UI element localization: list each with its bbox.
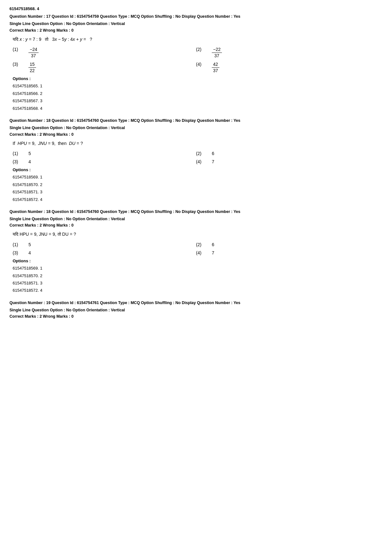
- marks-19: Correct Marks : 2 Wrong Marks : 0: [9, 314, 383, 319]
- option-18b-4: (4) 7: [196, 250, 379, 255]
- question-meta-18b-line1: Question Number : 18 Question Id : 61547…: [9, 209, 383, 215]
- options-label-18a: Options :: [13, 167, 379, 172]
- list-item: 61547518571. 3: [13, 279, 379, 287]
- numerator-17-2: −22: [212, 47, 222, 53]
- option-num-18b-1: (1): [13, 242, 22, 247]
- option-17-3: (3) 15 22: [13, 62, 196, 73]
- list-item: 61547518572. 4: [13, 287, 379, 294]
- option-num-17-1: (1): [13, 47, 22, 52]
- option-val-18b-3: 4: [28, 250, 31, 255]
- option-18a-1: (1) 5: [13, 151, 196, 156]
- options-list-18a: 61547518569. 1 61547518570. 2 6154751857…: [13, 173, 379, 203]
- option-num-18a-2: (2): [196, 151, 205, 156]
- list-item: 61547518572. 4: [13, 196, 379, 203]
- list-item: 61547518569. 1: [13, 265, 379, 272]
- option-val-18a-1: 5: [28, 151, 31, 156]
- list-item: 61547518566. 2: [13, 90, 379, 97]
- options-list-17: 61547518565. 1 61547518566. 2 6154751856…: [13, 82, 379, 112]
- option-val-18a-3: 4: [28, 159, 31, 164]
- option-val-18b-2: 6: [212, 242, 214, 247]
- option-num-18b-4: (4): [196, 250, 205, 255]
- list-item: 61547518569. 1: [13, 173, 379, 181]
- option-val-18b-4: 7: [212, 250, 214, 255]
- option-num-18b-3: (3): [13, 250, 22, 255]
- fraction-17-2: −22 37: [212, 47, 222, 59]
- question-block-17: Question Number : 17 Question Id : 61547…: [9, 14, 383, 112]
- list-item: 61547518571. 3: [13, 188, 379, 196]
- option-num-18a-4: (4): [196, 159, 205, 164]
- question-meta-18b-line2: Single Line Question Option : No Option …: [9, 216, 383, 222]
- option-val-18a-2: 6: [212, 151, 214, 156]
- option-17-2: (2) −22 37: [196, 47, 379, 59]
- list-item: 61547518570. 2: [13, 272, 379, 279]
- fraction-17-4: 42 37: [212, 62, 219, 73]
- question-meta-19-line1: Question Number : 19 Question Id : 61547…: [9, 300, 383, 306]
- option-18b-2: (2) 6: [196, 242, 379, 247]
- denominator-17-1: 37: [30, 53, 37, 59]
- options-grid-18a: (1) 5 (2) 6 (3) 4 (4) 7: [13, 151, 379, 164]
- options-label-17: Options :: [13, 76, 379, 81]
- option-18a-2: (2) 6: [196, 151, 379, 156]
- option-18a-3: (3) 4: [13, 159, 196, 164]
- top-id: 61547518568. 4: [9, 6, 383, 11]
- options-grid-18b: (1) 5 (2) 6 (3) 4 (4) 7: [13, 242, 379, 255]
- fraction-17-1: −24 37: [28, 47, 39, 59]
- question-meta-17-line2: Single Line Question Option : No Option …: [9, 21, 383, 27]
- option-num-18a-3: (3): [13, 159, 22, 164]
- option-num-18b-2: (2): [196, 242, 205, 247]
- marks-18b: Correct Marks : 2 Wrong Marks : 0: [9, 223, 383, 228]
- option-num-17-3: (3): [13, 62, 22, 67]
- options-grid-17: (1) −24 37 (2) −22 37 (3) 15 22 (4) 42: [13, 47, 379, 73]
- options-label-18b: Options :: [13, 259, 379, 263]
- option-val-18a-4: 7: [212, 159, 214, 164]
- option-num-18a-1: (1): [13, 151, 22, 156]
- options-list-18b: 61547518569. 1 61547518570. 2 6154751857…: [13, 265, 379, 294]
- marks-17: Correct Marks : 2 Wrong Marks : 0: [9, 28, 383, 33]
- question-meta-17-line1: Question Number : 17 Question Id : 61547…: [9, 14, 383, 20]
- fraction-17-3: 15 22: [28, 62, 36, 73]
- option-18b-1: (1) 5: [13, 242, 196, 247]
- question-block-19: Question Number : 19 Question Id : 61547…: [9, 300, 383, 319]
- marks-18a: Correct Marks : 2 Wrong Marks : 0: [9, 132, 383, 137]
- option-17-1: (1) −24 37: [13, 47, 196, 59]
- question-text-18a: If HPU = 9, JNU = 9, then DU = ?: [13, 140, 383, 147]
- list-item: 61547518570. 2: [13, 181, 379, 188]
- numerator-17-1: −24: [28, 47, 39, 53]
- option-18a-4: (4) 7: [196, 159, 379, 164]
- option-18b-3: (3) 4: [13, 250, 196, 255]
- numerator-17-4: 42: [212, 62, 219, 68]
- question-meta-18a-line1: Question Number : 18 Question Id : 61547…: [9, 118, 383, 124]
- question-text-18b: यदि HPU = 9, JNU = 9, तो DU = ?: [13, 231, 383, 238]
- list-item: 61547518565. 1: [13, 82, 379, 90]
- question-meta-18a-line2: Single Line Question Option : No Option …: [9, 125, 383, 131]
- question-block-18a: Question Number : 18 Question Id : 61547…: [9, 118, 383, 203]
- denominator-17-2: 37: [213, 53, 221, 59]
- denominator-17-4: 37: [212, 68, 219, 73]
- option-17-4: (4) 42 37: [196, 62, 379, 73]
- option-val-18b-1: 5: [28, 242, 31, 247]
- option-num-17-2: (2): [196, 47, 205, 52]
- denominator-17-3: 22: [28, 68, 36, 73]
- list-item: 61547518568. 4: [13, 105, 379, 112]
- list-item: 61547518567. 3: [13, 97, 379, 104]
- numerator-17-3: 15: [28, 62, 36, 68]
- question-block-18b: Question Number : 18 Question Id : 61547…: [9, 209, 383, 294]
- question-meta-19-line2: Single Line Question Option : No Option …: [9, 307, 383, 313]
- question-text-17: यदि x : y = 7 : 9 तो 3x − 5y : 4x + y = …: [13, 36, 383, 43]
- option-num-17-4: (4): [196, 62, 205, 67]
